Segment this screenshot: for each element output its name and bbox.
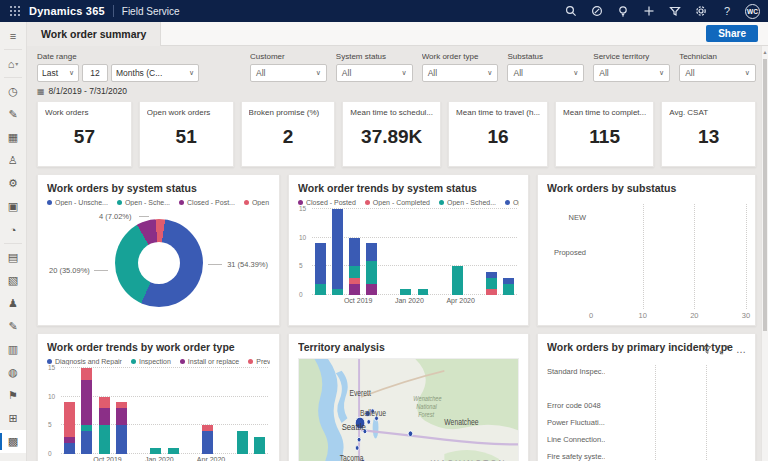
scrollbar-thumb[interactable]	[763, 59, 767, 331]
stacked-bar-feb-2020[interactable]	[168, 368, 179, 454]
sidebar-item-resources[interactable]: ♙	[0, 149, 26, 172]
legend-item[interactable]: Diagnosis and Repair	[47, 358, 122, 365]
tab-work-order-summary[interactable]: Work order summary	[27, 22, 161, 46]
stacked-bar-mar-2020[interactable]	[185, 368, 196, 454]
stacked-bar-jul-2020[interactable]	[254, 368, 265, 454]
filter-technician-select[interactable]: All∨	[679, 64, 756, 82]
sidebar-item-menu[interactable]: ≡	[0, 24, 26, 47]
stacked-bar-dec-2019[interactable]	[133, 368, 144, 454]
stacked-bar-may-2020[interactable]	[469, 209, 480, 295]
stacked-bar-oct-2019[interactable]	[99, 368, 110, 454]
sidebar-item-contacts[interactable]: ♟	[0, 292, 26, 315]
map-work-order-dot[interactable]	[367, 420, 371, 425]
stacked-bar-nov-2019[interactable]	[116, 368, 127, 454]
stacked-bar-jan-2020[interactable]	[400, 209, 411, 295]
stacked-bar-sep-2019[interactable]	[332, 209, 343, 295]
date-count-input[interactable]: 12	[82, 64, 108, 82]
stacked-bar-jan-2020[interactable]	[150, 368, 161, 454]
stacked-bar-nov-2019[interactable]	[366, 209, 377, 295]
share-button[interactable]: Share	[706, 25, 758, 42]
filter-icon[interactable]	[702, 341, 712, 359]
stacked-bar-aug-2019[interactable]	[315, 209, 326, 295]
compass-icon[interactable]	[586, 2, 608, 20]
kpi-mean-time-to-complet[interactable]: Mean time to complet...115	[555, 101, 654, 167]
stacked-bar-dec-2019[interactable]	[383, 209, 394, 295]
legend-item[interactable]: Inspection	[131, 358, 171, 365]
legend-item[interactable]: Closed - Posted	[298, 199, 356, 206]
sidebar-item-assets[interactable]: ▣	[0, 195, 26, 218]
search-icon[interactable]	[560, 2, 582, 20]
card-territory-analysis[interactable]: Territory analysis	[288, 333, 529, 461]
card-work-orders-by-system-status[interactable]: Work orders by system status Open - Unsc…	[37, 174, 280, 326]
stacked-bar-aug-2019[interactable]	[64, 368, 75, 454]
date-unit-select[interactable]: Months (C...∨	[111, 64, 199, 82]
map-work-order-dot[interactable]	[408, 431, 413, 437]
sidebar-item-inventory[interactable]: ▧	[0, 269, 26, 292]
sidebar-item-territories[interactable]: ⚑	[0, 384, 26, 407]
card-work-orders-by-primary-incident-type[interactable]: Work orders by primary incident type … S…	[537, 333, 756, 461]
stacked-bar-sep-2019[interactable]	[81, 368, 92, 454]
kpi-mean-time-to-schedul[interactable]: Mean time to schedul...37.89K	[342, 101, 441, 167]
sidebar-item-time-entries[interactable]: ◔	[0, 218, 26, 241]
sidebar-item-home[interactable]: ⌂▾	[0, 52, 26, 75]
sidebar-item-agreements[interactable]: ▤	[0, 246, 26, 269]
legend-item[interactable]: Open - Sche...	[117, 199, 170, 206]
stacked-bar-apr-2020[interactable]	[452, 209, 463, 295]
filter-work-order-type-select[interactable]: All∨	[422, 64, 499, 82]
legend-item[interactable]: Open - Unsche...	[47, 199, 108, 206]
sidebar-item-apps[interactable]: ⊞	[0, 407, 26, 430]
legend-item[interactable]: Open - Completed	[365, 199, 430, 206]
stacked-bar-apr-2020[interactable]	[202, 368, 213, 454]
legend-item[interactable]: Preventative Mai...	[248, 358, 270, 365]
legend-item[interactable]: Open - Sched...	[439, 199, 496, 206]
sidebar-item-work-orders[interactable]: ✎	[0, 103, 26, 126]
kpi-broken-promise[interactable]: Broken promise (%)2	[241, 101, 336, 167]
kpi-mean-time-to-travel-h[interactable]: Mean time to travel (h...16	[448, 101, 548, 167]
filter-icon[interactable]	[664, 2, 686, 20]
more-options-icon[interactable]: …	[736, 347, 747, 353]
date-preset-select[interactable]: Last∨	[37, 64, 79, 82]
legend-item[interactable]: Closed - Post...	[179, 199, 235, 206]
sidebar-item-recent[interactable]: ◷	[0, 80, 26, 103]
filter-substatus-select[interactable]: All∨	[507, 64, 584, 82]
stacked-bar-oct-2019[interactable]	[349, 209, 360, 295]
kpi-avg-csat[interactable]: Avg. CSAT13	[661, 101, 756, 167]
card-work-orders-by-substatus[interactable]: Work orders by substatus NEWProposed0102…	[537, 174, 756, 326]
kpi-work-orders[interactable]: Work orders57	[37, 101, 132, 167]
help-icon[interactable]: ?	[716, 2, 738, 20]
add-icon[interactable]	[638, 2, 660, 20]
stacked-bar-mar-2020[interactable]	[435, 209, 446, 295]
filter-service-territory-select[interactable]: All∨	[593, 64, 670, 82]
filter-customer-select[interactable]: All∨	[250, 64, 327, 82]
territories-icon: ⚑	[8, 389, 18, 402]
filter-system-status-select[interactable]: All∨	[336, 64, 413, 82]
stacked-bar-may-2020[interactable]	[219, 368, 230, 454]
sidebar-item-dashboards[interactable]: ▩	[0, 430, 26, 453]
card-work-order-trends-by-system-status[interactable]: Work order trends by system status Close…	[288, 174, 529, 326]
sidebar-item-documents[interactable]: ▥	[0, 338, 26, 361]
stacked-bar-jun-2020[interactable]	[237, 368, 248, 454]
user-avatar[interactable]: WC	[745, 4, 760, 19]
card-work-order-trends-by-work-order-type[interactable]: Work order trends by work order type Dia…	[37, 333, 280, 461]
sidebar-item-schedule-board[interactable]: ▦	[0, 126, 26, 149]
scroll-up-arrow[interactable]: ▲	[762, 46, 768, 58]
map-work-order-dot[interactable]	[355, 446, 359, 451]
legend-item[interactable]: Install or replace	[180, 358, 239, 365]
sidebar-item-edit[interactable]: ✎	[0, 315, 26, 338]
legend-item[interactable]: Open - C...	[244, 199, 270, 206]
stacked-bar-feb-2020[interactable]	[418, 209, 429, 295]
sidebar-item-settings[interactable]: ⚙	[0, 172, 26, 195]
bar-segment	[81, 431, 92, 454]
territory-map[interactable]: EverettBellevueSeattleTacomaWenatcheeNat…	[298, 358, 519, 461]
lightbulb-icon[interactable]	[612, 2, 634, 20]
stacked-bar-jun-2020[interactable]	[486, 209, 497, 295]
legend-item[interactable]: Open - Unsc...	[505, 199, 519, 206]
map-work-order-dot[interactable]	[357, 437, 361, 442]
sidebar-item-globe[interactable]: ◍	[0, 361, 26, 384]
settings-gear-icon[interactable]	[690, 2, 712, 20]
waffle-menu-icon[interactable]	[10, 6, 21, 17]
vertical-scrollbar[interactable]: ▲	[761, 46, 768, 461]
kpi-open-work-orders[interactable]: Open work orders51	[139, 101, 234, 167]
expand-icon[interactable]	[719, 341, 729, 359]
stacked-bar-jul-2020[interactable]	[503, 209, 514, 295]
